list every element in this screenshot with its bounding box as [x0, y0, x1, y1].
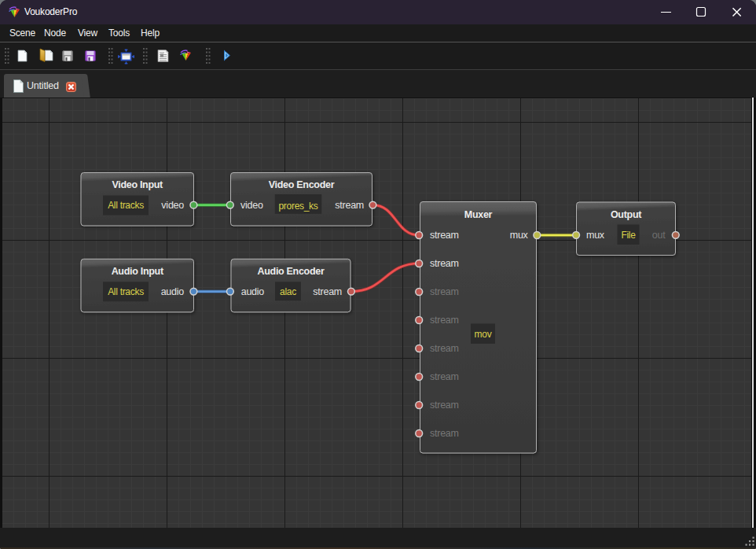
svg-text:stream: stream	[335, 200, 364, 211]
svg-text:stream: stream	[430, 400, 459, 411]
svg-text:stream: stream	[430, 371, 459, 382]
svg-text:audio: audio	[161, 286, 185, 297]
svg-text:stream: stream	[430, 315, 459, 326]
svg-text:video: video	[240, 200, 263, 211]
svg-text:stream: stream	[313, 286, 342, 297]
svg-text:mux: mux	[586, 230, 605, 241]
svg-text:out: out	[652, 230, 666, 241]
svg-text:Audio Encoder: Audio Encoder	[258, 266, 325, 277]
svg-text:File: File	[621, 230, 636, 241]
svg-text:Output: Output	[611, 209, 642, 220]
svg-text:mux: mux	[510, 230, 529, 241]
svg-text:audio: audio	[241, 286, 265, 297]
svg-text:All tracks: All tracks	[108, 200, 144, 211]
svg-text:Video Encoder: Video Encoder	[269, 179, 335, 190]
svg-text:alac: alac	[280, 286, 296, 297]
svg-text:prores_ks: prores_ks	[279, 201, 318, 212]
svg-text:mov: mov	[475, 329, 492, 340]
svg-text:stream: stream	[430, 230, 459, 241]
svg-text:stream: stream	[430, 286, 459, 297]
svg-text:video: video	[161, 200, 184, 211]
svg-text:stream: stream	[430, 428, 459, 439]
svg-text:All tracks: All tracks	[108, 286, 144, 297]
svg-text:Video Input: Video Input	[112, 179, 163, 190]
svg-text:stream: stream	[430, 343, 459, 354]
svg-text:Audio Input: Audio Input	[112, 266, 164, 277]
svg-text:Muxer: Muxer	[464, 209, 493, 220]
svg-text:stream: stream	[430, 258, 459, 269]
